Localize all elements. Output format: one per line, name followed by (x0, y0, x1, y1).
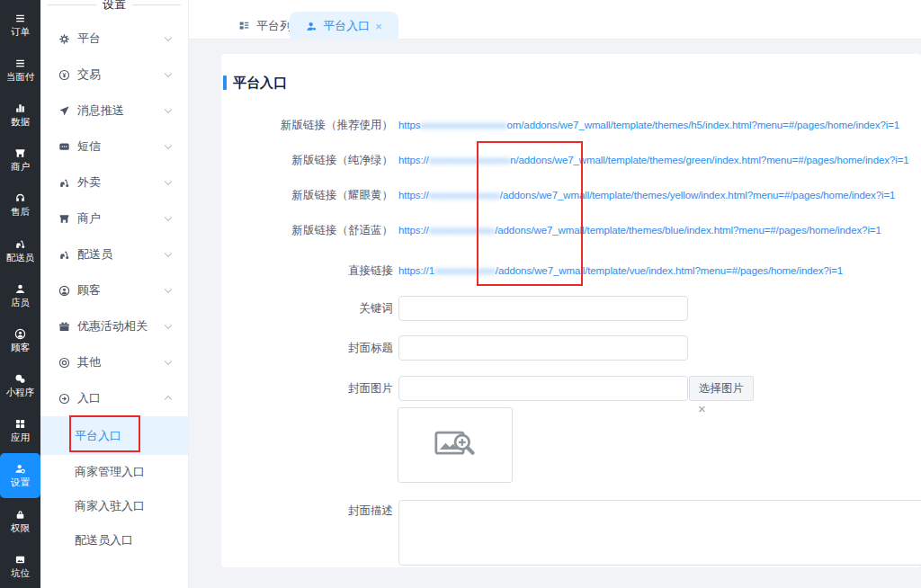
facepay-list-icon (14, 58, 26, 69)
url-prefix: https:// (398, 155, 429, 165)
menu-item-label: 配送员 (77, 246, 112, 263)
sidebar-item-customer[interactable]: 顾客 (0, 317, 40, 362)
broken-image-icon (434, 430, 476, 461)
url-prefix: https://1 (398, 265, 434, 276)
menu-item-label: 交易 (77, 67, 101, 83)
link-label-green: 新版链接（纯净绿） (207, 153, 393, 167)
push-send-icon (58, 105, 70, 117)
url-masked-segment: xxxxxxxxxxxxxxxxx (420, 120, 506, 130)
chevron-up-icon (165, 396, 172, 403)
submenu-item-merchant-manage-entry[interactable]: 商家管理入口 (40, 455, 188, 489)
tab-platform-entry[interactable]: 平台入口 × (290, 12, 398, 40)
order-list-icon (14, 13, 26, 24)
chevron-down-icon (165, 286, 172, 293)
submenu-item-label: 商家管理入口 (75, 464, 145, 480)
sidebar-item-label: 顾客 (11, 343, 30, 352)
cover-image-label: 封面图片 (207, 381, 393, 396)
menu-item-merchant[interactable]: 商户 (40, 200, 188, 236)
menu-item-label: 入口 (77, 390, 101, 406)
link-url-direct[interactable]: https://1xxxxxxxxxxxx/addons/we7_wmall/t… (398, 263, 843, 278)
remove-image-icon[interactable]: × (698, 402, 706, 415)
data-chart-icon (14, 102, 26, 114)
section-title-bar (223, 76, 227, 90)
slot-image-icon (14, 554, 26, 566)
close-tab-icon[interactable]: × (375, 21, 382, 32)
keyword-label: 关键词 (207, 301, 393, 316)
choose-image-button[interactable]: 选择图片 (689, 376, 754, 401)
submenu-item-label: 商家入驻入口 (75, 498, 145, 514)
takeout-scooter-icon (58, 177, 70, 189)
sidebar-item-miniprogram[interactable]: 小程序 (0, 363, 40, 408)
submenu-item-merchant-join-entry[interactable]: 商家入驻入口 (40, 489, 188, 523)
link-label-recommended: 新版链接（推荐使用） (207, 118, 393, 132)
sidebar-item-aftersale[interactable]: 售后 (0, 183, 40, 227)
cover-desc-label: 封面描述 (207, 503, 393, 518)
url-masked-segment: xxxxxxxxxxxx (434, 265, 496, 276)
chevron-down-icon (165, 358, 172, 365)
menu-item-trade[interactable]: 交易 (40, 57, 188, 93)
sidebar-item-permission[interactable]: 权限 (0, 498, 40, 543)
sidebar-item-label: 订单 (11, 27, 30, 37)
menu-item-customer[interactable]: 顾客 (40, 272, 188, 308)
customer-circle-icon (14, 328, 26, 340)
url-prefix: https (398, 120, 420, 130)
menu-item-courier[interactable]: 配送员 (40, 236, 188, 272)
menu-item-promo[interactable]: 优惠活动相关 (40, 308, 188, 344)
sidebar-item-facepay[interactable]: 当面付 (0, 47, 40, 92)
sidebar-item-settings[interactable]: 设置 (0, 453, 40, 498)
sidebar-item-label: 数据 (11, 117, 30, 127)
cover-desc-textarea[interactable] (398, 500, 921, 566)
link-label-direct: 直接链接 (207, 263, 393, 278)
entry-circle-arrow-icon (58, 393, 70, 405)
sidebar-item-merchant[interactable]: 商户 (0, 138, 40, 183)
chevron-down-icon (165, 106, 172, 113)
cover-title-input[interactable] (398, 335, 688, 361)
courier-scooter-icon (14, 238, 26, 250)
menu-item-label: 平台 (77, 31, 101, 47)
sidebar-item-label: 售后 (11, 207, 30, 217)
chevron-down-icon (165, 178, 172, 185)
menu-item-sms[interactable]: 短信 (40, 129, 188, 165)
sidebar-item-label: 设置 (11, 477, 30, 487)
cover-image-preview (398, 407, 513, 483)
entry-submenu: 平台入口 商家管理入口 商家入驻入口 配送员入口 (40, 416, 188, 557)
menu-item-entry[interactable]: 入口 (40, 380, 188, 416)
platform-gear-icon (58, 33, 70, 45)
submenu-item-platform-entry[interactable]: 平台入口 (40, 416, 188, 455)
sidebar-item-data[interactable]: 数据 (0, 92, 40, 137)
submenu-item-courier-entry[interactable]: 配送员入口 (40, 523, 188, 557)
sidebar-item-label: 小程序 (6, 388, 35, 397)
sidebar-item-label: 当面付 (6, 72, 35, 82)
url-suffix: n/addons/we7_wmall/template/themes/green… (510, 155, 908, 165)
submenu-item-label: 平台入口 (75, 428, 121, 444)
url-prefix: https:// (398, 225, 429, 236)
tab-bar: 平台列表 平台入口 × (189, 0, 921, 40)
url-suffix: /addons/we7_wmall/template/themes/yellow… (500, 190, 896, 200)
keyword-input[interactable] (398, 296, 688, 321)
sidebar-item-orders[interactable]: 订单 (0, 2, 40, 47)
menu-item-label: 短信 (77, 138, 101, 155)
menu-item-takeout[interactable]: 外卖 (40, 165, 188, 200)
url-suffix: /addons/we7_wmall/template/themes/blue/i… (495, 225, 881, 236)
link-url-recommended[interactable]: httpsxxxxxxxxxxxxxxxxxom/addons/we7_wmal… (398, 118, 899, 132)
menu-item-label: 商户 (77, 210, 101, 227)
link-url-blue[interactable]: https://xxxxxxxxxxxxx/addons/we7_wmall/t… (398, 223, 881, 237)
miniprogram-bubbles-icon (14, 373, 26, 385)
menu-item-platform[interactable]: 平台 (40, 21, 188, 57)
link-label-yellow: 新版链接（耀眼黄） (207, 188, 393, 202)
tab-label: 平台入口 (323, 18, 370, 34)
sidebar-item-clerk[interactable]: 店员 (0, 272, 40, 317)
sidebar-item-slot[interactable]: 坑位 (0, 543, 40, 588)
sidebar-item-apps[interactable]: 应用 (0, 408, 40, 453)
link-url-yellow[interactable]: https://xxxxxxxxxxxxxx/addons/we7_wmall/… (398, 188, 895, 202)
menu-item-other[interactable]: 其他 (40, 344, 188, 380)
cover-image-input[interactable] (398, 376, 688, 401)
sidebar-item-courier[interactable]: 配送员 (0, 227, 40, 272)
chevron-down-icon (165, 70, 172, 77)
menu-item-label: 顾客 (77, 282, 101, 298)
content-page: 平台入口 新版链接（推荐使用） httpsxxxxxxxxxxxxxxxxxom… (189, 40, 921, 588)
link-url-green[interactable]: https://xxxxxxxxxxxxxxxxn/addons/we7_wma… (398, 153, 909, 167)
menu-item-push[interactable]: 消息推送 (40, 93, 188, 129)
settings-sidebar-header: 设置 (40, 0, 188, 12)
merchant-store-icon (14, 147, 26, 159)
